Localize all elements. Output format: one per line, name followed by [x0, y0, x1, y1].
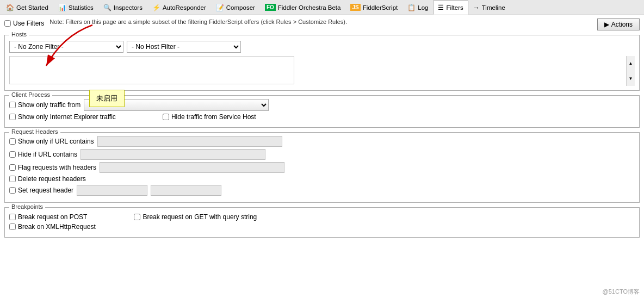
hide-url-row: Hide if URL contains — [9, 149, 635, 160]
ie-traffic-row: Show only Internet Explorer traffic Hide… — [9, 113, 635, 121]
delete-headers-row: Delete request headers — [9, 175, 635, 183]
scroll-arrows: ▲ ▼ — [626, 56, 635, 86]
set-header-value-input[interactable] — [151, 185, 221, 196]
show-only-traffic-row: Show only traffic from — [9, 99, 635, 111]
flag-requests-input[interactable] — [100, 162, 284, 173]
set-header-name-input[interactable] — [77, 185, 147, 196]
fiddler-orchestra-icon: FO — [265, 4, 276, 11]
hosts-textarea[interactable] — [9, 56, 294, 84]
client-process-label: Client Process — [9, 91, 52, 98]
scroll-down-button[interactable]: ▼ — [627, 71, 635, 86]
break-post-row: Break request on POST Break request on G… — [9, 213, 635, 221]
set-header-row: Set request header — [9, 185, 635, 196]
zone-host-selects-row: - No Zone Filter - Show only Intranet Ho… — [9, 41, 635, 53]
hide-service-host-checkbox[interactable] — [163, 114, 169, 120]
set-header-checkbox[interactable] — [9, 187, 16, 194]
request-headers-section: Request Headers Show only if URL contain… — [4, 132, 640, 203]
hosts-textarea-wrapper: ▲ ▼ — [9, 56, 635, 86]
top-bar: Use Filters Note: Filters on this page a… — [4, 18, 640, 30]
breakpoints-section: Breakpoints Break request on POST Break … — [4, 207, 640, 238]
tab-bar: 🏠 Get Started 📊 Statistics 🔍 Inspectors … — [0, 0, 644, 15]
tab-fiddlerscript[interactable]: JS FiddlerScript — [345, 1, 403, 15]
composer-icon: 📝 — [216, 4, 224, 11]
actions-icon: ▶ — [604, 21, 609, 28]
show-ie-label[interactable]: Show only Internet Explorer traffic — [9, 113, 116, 121]
watermark: @51CTO博客 — [603, 288, 640, 296]
breakpoints-section-label: Breakpoints — [9, 203, 45, 210]
scroll-up-button[interactable]: ▲ — [627, 56, 635, 71]
tab-composer[interactable]: 📝 Composer — [211, 1, 260, 15]
flag-requests-checkbox[interactable] — [9, 164, 16, 171]
autoresponder-icon: ⚡ — [152, 4, 160, 11]
hosts-content: - No Zone Filter - Show only Intranet Ho… — [9, 41, 635, 86]
tab-autoresponder[interactable]: ⚡ AutoResponder — [147, 1, 211, 15]
hosts-section-label: Hosts — [9, 31, 29, 38]
flag-requests-label[interactable]: Flag requests with headers — [9, 164, 96, 171]
break-xml-label[interactable]: Break on XMLHttpRequest — [9, 223, 96, 231]
filter-note: Note: Filters on this page are a simple … — [49, 18, 591, 25]
client-process-section: Client Process Show only traffic from Sh… — [4, 95, 640, 128]
main-content: Use Filters Note: Filters on this page a… — [0, 15, 644, 298]
delete-headers-label[interactable]: Delete request headers — [9, 175, 86, 183]
filters-icon: ☰ — [438, 4, 444, 11]
tab-timeline[interactable]: → Timeline — [468, 1, 510, 15]
fiddlerscript-icon: JS — [350, 4, 360, 11]
break-post-checkbox[interactable] — [9, 214, 16, 220]
break-post-label[interactable]: Break request on POST — [9, 213, 87, 221]
break-get-label[interactable]: Break request on GET with query string — [134, 213, 257, 221]
tab-statistics[interactable]: 📊 Statistics — [53, 1, 98, 15]
tab-filters[interactable]: ☰ Filters — [433, 1, 468, 15]
delete-headers-checkbox[interactable] — [9, 176, 16, 182]
hosts-section: Hosts - No Zone Filter - Show only Intra… — [4, 35, 640, 91]
actions-button[interactable]: ▶ Actions — [597, 18, 640, 30]
hide-url-input[interactable] — [81, 149, 265, 160]
statistics-icon: 📊 — [58, 4, 66, 11]
show-only-url-row: Show only if URL contains — [9, 136, 635, 147]
flag-requests-row: Flag requests with headers — [9, 162, 635, 173]
tab-inspectors[interactable]: 🔍 Inspectors — [98, 1, 147, 15]
inspectors-icon: 🔍 — [103, 4, 112, 11]
break-xml-checkbox[interactable] — [9, 223, 16, 230]
get-started-icon: 🏠 — [6, 4, 14, 11]
hide-url-checkbox[interactable] — [9, 151, 16, 158]
timeline-icon: → — [473, 4, 480, 11]
use-filters-checkbox[interactable] — [4, 20, 11, 27]
zone-filter-select[interactable]: - No Zone Filter - Show only Intranet Ho… — [9, 41, 123, 53]
show-only-url-checkbox[interactable] — [9, 138, 16, 145]
show-only-traffic-label[interactable]: Show only traffic from — [9, 101, 81, 109]
show-only-url-label[interactable]: Show only if URL contains — [9, 138, 94, 145]
use-filters-label[interactable]: Use Filters — [4, 18, 44, 27]
hide-url-label[interactable]: Hide if URL contains — [9, 151, 77, 158]
tab-log[interactable]: 📋 Log — [403, 1, 433, 15]
break-get-checkbox[interactable] — [134, 214, 140, 220]
break-xml-row: Break on XMLHttpRequest — [9, 223, 635, 231]
host-filter-select[interactable]: - No Host Filter - Hide the following Ho… — [127, 41, 241, 53]
tab-fiddler-orchestra[interactable]: FO Fiddler Orchestra Beta — [260, 1, 346, 15]
set-header-label[interactable]: Set request header — [9, 187, 73, 194]
traffic-from-select[interactable] — [84, 99, 269, 111]
hide-service-host-label[interactable]: Hide traffic from Service Host — [163, 113, 256, 121]
request-headers-label: Request Headers — [9, 128, 60, 135]
show-only-url-input[interactable] — [97, 136, 282, 147]
log-icon: 📋 — [407, 4, 416, 11]
tab-get-started[interactable]: 🏠 Get Started — [1, 1, 53, 15]
show-only-traffic-checkbox[interactable] — [9, 102, 16, 108]
show-ie-checkbox[interactable] — [9, 114, 16, 120]
